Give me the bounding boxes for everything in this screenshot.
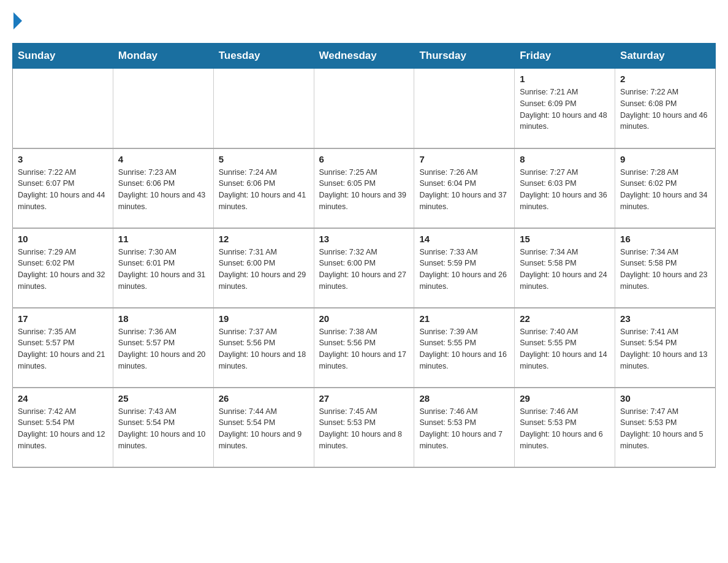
day-number: 22 [520, 313, 610, 324]
day-number: 6 [319, 154, 409, 164]
day-info: Sunrise: 7:45 AMSunset: 5:53 PMDaylight:… [319, 406, 409, 452]
header-tuesday: Tuesday [213, 44, 314, 69]
calendar-cell: 15Sunrise: 7:34 AMSunset: 5:58 PMDayligh… [515, 228, 615, 308]
calendar-cell: 18Sunrise: 7:36 AMSunset: 5:57 PMDayligh… [113, 308, 213, 388]
calendar-cell: 23Sunrise: 7:41 AMSunset: 5:54 PMDayligh… [615, 308, 716, 388]
day-info: Sunrise: 7:22 AMSunset: 6:08 PMDaylight:… [620, 86, 710, 132]
day-number: 20 [319, 313, 409, 324]
week-row-1: 1Sunrise: 7:21 AMSunset: 6:09 PMDaylight… [13, 69, 716, 148]
calendar-cell: 24Sunrise: 7:42 AMSunset: 5:54 PMDayligh… [13, 388, 113, 467]
day-info: Sunrise: 7:39 AMSunset: 5:55 PMDaylight:… [419, 326, 509, 372]
header-saturday: Saturday [615, 44, 716, 69]
week-row-5: 24Sunrise: 7:42 AMSunset: 5:54 PMDayligh… [13, 388, 716, 467]
day-number: 27 [319, 393, 409, 404]
calendar-cell: 2Sunrise: 7:22 AMSunset: 6:08 PMDaylight… [615, 69, 716, 148]
day-info: Sunrise: 7:30 AMSunset: 6:01 PMDaylight:… [118, 247, 208, 293]
calendar-cell: 12Sunrise: 7:31 AMSunset: 6:00 PMDayligh… [213, 228, 314, 308]
day-number: 28 [419, 393, 509, 404]
day-number: 19 [219, 313, 309, 324]
day-number: 26 [219, 393, 309, 404]
day-info: Sunrise: 7:41 AMSunset: 5:54 PMDaylight:… [620, 326, 710, 372]
day-number: 4 [118, 154, 208, 164]
calendar-cell: 5Sunrise: 7:24 AMSunset: 6:06 PMDaylight… [213, 148, 314, 228]
calendar-cell: 29Sunrise: 7:46 AMSunset: 5:53 PMDayligh… [515, 388, 615, 467]
calendar-cell: 22Sunrise: 7:40 AMSunset: 5:55 PMDayligh… [515, 308, 615, 388]
header-wednesday: Wednesday [314, 44, 414, 69]
day-number: 30 [620, 393, 710, 404]
day-info: Sunrise: 7:22 AMSunset: 6:07 PMDaylight:… [18, 167, 108, 213]
logo-triangle-icon [13, 12, 22, 29]
calendar-cell [13, 69, 113, 148]
day-info: Sunrise: 7:36 AMSunset: 5:57 PMDaylight:… [118, 326, 208, 372]
day-number: 7 [419, 154, 509, 164]
day-info: Sunrise: 7:37 AMSunset: 5:56 PMDaylight:… [219, 326, 309, 372]
day-info: Sunrise: 7:46 AMSunset: 5:53 PMDaylight:… [419, 406, 509, 452]
day-info: Sunrise: 7:42 AMSunset: 5:54 PMDaylight:… [18, 406, 108, 452]
calendar-cell: 11Sunrise: 7:30 AMSunset: 6:01 PMDayligh… [113, 228, 213, 308]
day-info: Sunrise: 7:28 AMSunset: 6:02 PMDaylight:… [620, 167, 710, 213]
day-number: 10 [18, 234, 108, 244]
calendar-cell: 6Sunrise: 7:25 AMSunset: 6:05 PMDaylight… [314, 148, 414, 228]
calendar-cell: 20Sunrise: 7:38 AMSunset: 5:56 PMDayligh… [314, 308, 414, 388]
day-number: 21 [419, 313, 509, 324]
day-info: Sunrise: 7:26 AMSunset: 6:04 PMDaylight:… [419, 167, 509, 213]
day-number: 13 [319, 234, 409, 244]
calendar-cell: 4Sunrise: 7:23 AMSunset: 6:06 PMDaylight… [113, 148, 213, 228]
calendar-cell: 17Sunrise: 7:35 AMSunset: 5:57 PMDayligh… [13, 308, 113, 388]
calendar-cell: 25Sunrise: 7:43 AMSunset: 5:54 PMDayligh… [113, 388, 213, 467]
day-number: 23 [620, 313, 710, 324]
day-info: Sunrise: 7:35 AMSunset: 5:57 PMDaylight:… [18, 326, 108, 372]
day-number: 25 [118, 393, 208, 404]
day-number: 16 [620, 234, 710, 244]
header-monday: Monday [113, 44, 213, 69]
day-info: Sunrise: 7:25 AMSunset: 6:05 PMDaylight:… [319, 167, 409, 213]
day-number: 24 [18, 393, 108, 404]
day-number: 5 [219, 154, 309, 164]
day-number: 18 [118, 313, 208, 324]
day-info: Sunrise: 7:33 AMSunset: 5:59 PMDaylight:… [419, 247, 509, 293]
day-number: 2 [620, 74, 710, 84]
day-number: 9 [620, 154, 710, 164]
calendar-cell: 27Sunrise: 7:45 AMSunset: 5:53 PMDayligh… [314, 388, 414, 467]
calendar-cell: 26Sunrise: 7:44 AMSunset: 5:54 PMDayligh… [213, 388, 314, 467]
day-info: Sunrise: 7:46 AMSunset: 5:53 PMDaylight:… [520, 406, 610, 452]
day-info: Sunrise: 7:43 AMSunset: 5:54 PMDaylight:… [118, 406, 208, 452]
header-friday: Friday [515, 44, 615, 69]
day-info: Sunrise: 7:29 AMSunset: 6:02 PMDaylight:… [18, 247, 108, 293]
day-info: Sunrise: 7:23 AMSunset: 6:06 PMDaylight:… [118, 167, 208, 213]
calendar-cell: 7Sunrise: 7:26 AMSunset: 6:04 PMDaylight… [414, 148, 515, 228]
day-info: Sunrise: 7:31 AMSunset: 6:00 PMDaylight:… [219, 247, 309, 293]
calendar-cell: 19Sunrise: 7:37 AMSunset: 5:56 PMDayligh… [213, 308, 314, 388]
day-info: Sunrise: 7:34 AMSunset: 5:58 PMDaylight:… [620, 247, 710, 293]
day-info: Sunrise: 7:47 AMSunset: 5:53 PMDaylight:… [620, 406, 710, 452]
calendar-cell: 14Sunrise: 7:33 AMSunset: 5:59 PMDayligh… [414, 228, 515, 308]
day-number: 12 [219, 234, 309, 244]
day-number: 17 [18, 313, 108, 324]
day-number: 15 [520, 234, 610, 244]
week-row-2: 3Sunrise: 7:22 AMSunset: 6:07 PMDaylight… [13, 148, 716, 228]
day-info: Sunrise: 7:24 AMSunset: 6:06 PMDaylight:… [219, 167, 309, 213]
header-sunday: Sunday [13, 44, 113, 69]
day-info: Sunrise: 7:27 AMSunset: 6:03 PMDaylight:… [520, 167, 610, 213]
calendar-cell: 30Sunrise: 7:47 AMSunset: 5:53 PMDayligh… [615, 388, 716, 467]
day-number: 11 [118, 234, 208, 244]
calendar-cell: 28Sunrise: 7:46 AMSunset: 5:53 PMDayligh… [414, 388, 515, 467]
calendar-header-row: SundayMondayTuesdayWednesdayThursdayFrid… [13, 44, 716, 69]
day-number: 8 [520, 154, 610, 164]
day-info: Sunrise: 7:40 AMSunset: 5:55 PMDaylight:… [520, 326, 610, 372]
calendar-cell: 21Sunrise: 7:39 AMSunset: 5:55 PMDayligh… [414, 308, 515, 388]
header-thursday: Thursday [414, 44, 515, 69]
calendar-cell [314, 69, 414, 148]
calendar-table: SundayMondayTuesdayWednesdayThursdayFrid… [12, 43, 716, 468]
calendar-cell: 9Sunrise: 7:28 AMSunset: 6:02 PMDaylight… [615, 148, 716, 228]
day-info: Sunrise: 7:21 AMSunset: 6:09 PMDaylight:… [520, 86, 610, 132]
week-row-4: 17Sunrise: 7:35 AMSunset: 5:57 PMDayligh… [13, 308, 716, 388]
day-info: Sunrise: 7:34 AMSunset: 5:58 PMDaylight:… [520, 247, 610, 293]
day-info: Sunrise: 7:32 AMSunset: 6:00 PMDaylight:… [319, 247, 409, 293]
calendar-cell: 3Sunrise: 7:22 AMSunset: 6:07 PMDaylight… [13, 148, 113, 228]
calendar-cell [213, 69, 314, 148]
day-info: Sunrise: 7:44 AMSunset: 5:54 PMDaylight:… [219, 406, 309, 452]
day-number: 14 [419, 234, 509, 244]
day-number: 29 [520, 393, 610, 404]
logo [12, 12, 25, 31]
